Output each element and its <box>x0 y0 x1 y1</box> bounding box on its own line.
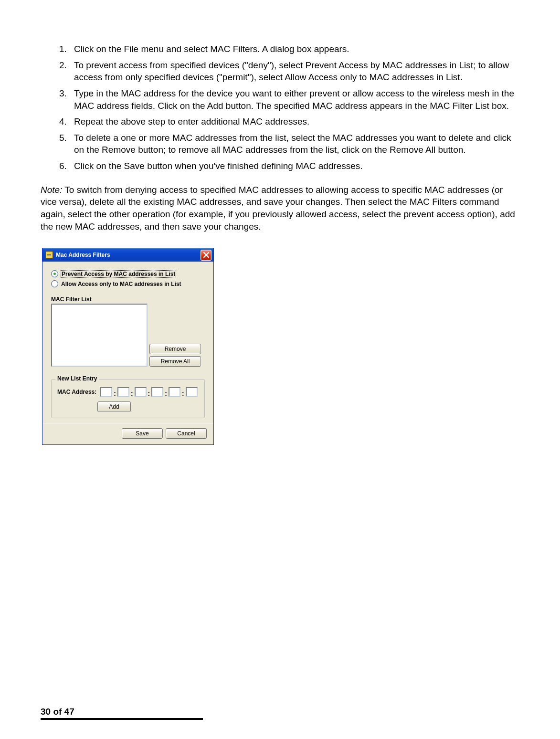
mac-octet-2[interactable] <box>117 387 129 397</box>
mac-octet-5[interactable] <box>169 387 180 397</box>
mac-sep: : <box>114 390 116 397</box>
step-4: Repeat the above step to enter additiona… <box>69 116 519 128</box>
close-icon <box>203 252 209 258</box>
page-number: 30 of 47 <box>41 707 203 720</box>
new-list-entry-group: New List Entry MAC Address: : : : : : <box>51 379 205 418</box>
mac-octet-4[interactable] <box>151 387 163 397</box>
mac-filters-dialog: Mac Address Filters Prevent Access by MA… <box>42 248 214 445</box>
mac-sep: : <box>131 390 133 397</box>
step-3: Type in the MAC address for the device y… <box>69 87 519 112</box>
save-button[interactable]: Save <box>122 428 163 439</box>
radio-allow-row[interactable]: Allow Access only to MAC addresses in Li… <box>51 280 205 287</box>
radio-prevent[interactable] <box>51 270 58 277</box>
step-5: To delete a one or more MAC addresses fr… <box>69 132 519 156</box>
close-button[interactable] <box>201 250 211 261</box>
mac-filter-listbox[interactable] <box>51 304 148 367</box>
note-label: Note: <box>41 185 62 195</box>
mac-octet-6[interactable] <box>186 387 198 397</box>
mac-sep: : <box>165 390 167 397</box>
step-6: Click on the Save button when you've fin… <box>69 160 519 172</box>
mac-sep: : <box>182 390 184 397</box>
new-list-entry-label: New List Entry <box>55 375 99 382</box>
remove-all-button[interactable]: Remove All <box>149 356 201 367</box>
remove-button[interactable]: Remove <box>149 344 201 354</box>
add-button[interactable]: Add <box>97 401 131 412</box>
mac-sep: : <box>148 390 150 397</box>
mac-octet-3[interactable] <box>135 387 147 397</box>
radio-allow-label: Allow Access only to MAC addresses in Li… <box>61 281 181 287</box>
step-2: To prevent access from specified devices… <box>69 59 519 84</box>
radio-prevent-label: Prevent Access by MAC addresses in List <box>61 271 176 277</box>
mac-octet-1[interactable] <box>100 387 112 397</box>
mac-filter-list-label: MAC Filter List <box>51 296 205 303</box>
note-paragraph: Note: To switch from denying access to s… <box>41 184 519 233</box>
radio-allow[interactable] <box>51 280 58 287</box>
cancel-button[interactable]: Cancel <box>166 428 207 439</box>
dialog-title: Mac Address Filters <box>56 252 201 258</box>
dialog-titlebar[interactable]: Mac Address Filters <box>42 248 213 262</box>
mac-address-label: MAC Address: <box>57 389 96 395</box>
step-1: Click on the File menu and select MAC Fi… <box>69 43 519 55</box>
radio-prevent-row[interactable]: Prevent Access by MAC addresses in List <box>51 270 205 277</box>
app-icon <box>45 251 53 259</box>
instruction-list: Click on the File menu and select MAC Fi… <box>41 43 519 172</box>
note-body: To switch from denying access to specifi… <box>41 185 515 232</box>
